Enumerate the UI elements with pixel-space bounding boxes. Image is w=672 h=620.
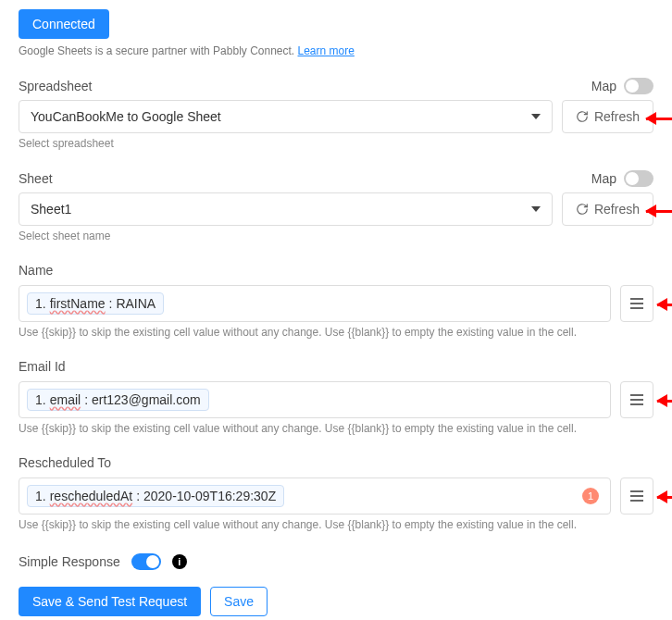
spreadsheet-map-label: Map <box>591 79 616 93</box>
chip-key: rescheduledAt <box>50 489 133 503</box>
chip-value: RAINA <box>109 296 156 311</box>
save-label: Save <box>224 594 254 609</box>
refresh-icon <box>576 110 589 123</box>
menu-icon <box>628 490 645 502</box>
sheet-label: Sheet <box>19 171 53 186</box>
menu-icon <box>628 393 645 406</box>
name-field[interactable]: 1 firstName RAINA <box>19 285 611 322</box>
spreadsheet-refresh-button[interactable]: Refresh <box>562 100 653 133</box>
refresh-label: Refresh <box>594 202 640 217</box>
chip-num: 1 <box>35 489 46 503</box>
security-notice: Google Sheets is a secure partner with P… <box>19 44 653 57</box>
annotation-arrow <box>646 205 672 217</box>
chip-key: email <box>50 392 81 407</box>
chip-key: firstName <box>50 296 106 311</box>
toggle-knob <box>626 172 639 185</box>
email-field[interactable]: 1 email ert123@gmail.com <box>19 381 611 418</box>
rescheduled-helper: Use {{skip}} to skip the existing cell v… <box>19 518 653 531</box>
simple-response-label: Simple Response <box>19 554 120 569</box>
spreadsheet-helper: Select spreadsheet <box>19 137 653 150</box>
chip-num: 1 <box>35 392 46 407</box>
annotation-arrow <box>646 112 672 125</box>
chip-value: ert123@gmail.com <box>84 392 200 407</box>
save-send-test-label: Save & Send Test Request <box>32 594 187 609</box>
simple-response-toggle[interactable] <box>131 553 161 570</box>
notice-text: Google Sheets is a secure partner with P… <box>19 44 294 57</box>
annotation-arrow <box>657 394 672 407</box>
menu-icon <box>628 297 645 310</box>
rescheduled-field[interactable]: 1 rescheduledAt 2020-10-09T16:29:30Z 1 <box>19 477 611 515</box>
chip-value: 2020-10-09T16:29:30Z <box>136 489 276 503</box>
connected-button[interactable]: Connected <box>19 9 109 39</box>
annotation-arrow <box>657 298 672 311</box>
sheet-value: Sheet1 <box>31 202 71 217</box>
email-label: Email Id <box>19 359 653 374</box>
name-chip[interactable]: 1 firstName RAINA <box>27 292 164 315</box>
caret-down-icon <box>531 206 541 212</box>
save-button[interactable]: Save <box>210 587 268 616</box>
sheet-refresh-button[interactable]: Refresh <box>562 192 653 226</box>
rescheduled-options-button[interactable] <box>620 477 653 515</box>
sheet-dropdown[interactable]: Sheet1 <box>19 192 553 226</box>
info-icon[interactable]: i <box>172 554 187 569</box>
spreadsheet-value: YouCanBookMe to Google Sheet <box>31 109 221 124</box>
sheet-helper: Select sheet name <box>19 229 653 242</box>
learn-more-link[interactable]: Learn more <box>298 44 355 57</box>
refresh-label: Refresh <box>594 109 640 124</box>
rescheduled-chip[interactable]: 1 rescheduledAt 2020-10-09T16:29:30Z <box>27 485 284 507</box>
spreadsheet-label: Spreadsheet <box>19 79 92 93</box>
connected-label: Connected <box>32 17 95 31</box>
notification-badge: 1 <box>582 488 599 504</box>
email-options-button[interactable] <box>620 381 653 418</box>
toggle-knob <box>146 555 159 568</box>
email-chip[interactable]: 1 email ert123@gmail.com <box>27 389 209 411</box>
rescheduled-label: Rescheduled To <box>19 455 653 470</box>
spreadsheet-dropdown[interactable]: YouCanBookMe to Google Sheet <box>19 100 553 133</box>
spreadsheet-map-toggle[interactable] <box>624 78 653 94</box>
name-helper: Use {{skip}} to skip the existing cell v… <box>19 326 653 339</box>
sheet-map-toggle[interactable] <box>624 170 653 187</box>
sheet-map-label: Map <box>591 171 616 186</box>
chip-num: 1 <box>35 296 46 311</box>
name-options-button[interactable] <box>620 285 653 322</box>
caret-down-icon <box>531 114 541 119</box>
toggle-knob <box>626 80 639 93</box>
save-send-test-button[interactable]: Save & Send Test Request <box>19 587 201 616</box>
email-helper: Use {{skip}} to skip the existing cell v… <box>19 422 653 435</box>
name-label: Name <box>19 263 653 278</box>
annotation-arrow <box>657 490 672 503</box>
refresh-icon <box>576 203 589 216</box>
